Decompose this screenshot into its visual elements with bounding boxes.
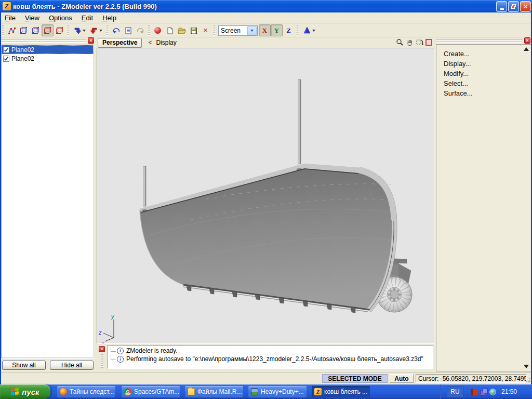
menu-create[interactable]: Create...: [436, 49, 531, 59]
display-mode-label[interactable]: Display: [156, 39, 176, 46]
open-file-button[interactable]: [176, 24, 188, 36]
taskbar-task-chrome[interactable]: Spaces/GTAm...: [122, 386, 180, 397]
menu-edit[interactable]: Edit: [77, 12, 98, 23]
network-tray-icon[interactable]: [480, 389, 487, 395]
window-title: ковш блеять - ZModeler ver 2.2.5 (Build …: [13, 3, 495, 10]
title-bar: Z ковш блеять - ZModeler ver 2.2.5 (Buil…: [0, 0, 532, 12]
axis-z-toggle[interactable]: Z: [283, 24, 295, 36]
redo-button[interactable]: [134, 24, 146, 36]
selected-mode-indicator[interactable]: SELECTED MODE: [322, 374, 388, 383]
maximize-viewport-icon[interactable]: [425, 39, 432, 46]
axis-x-label: x: [101, 340, 104, 344]
task-label: Тайны следст...: [70, 388, 114, 395]
dictionary-tray-icon[interactable]: [471, 389, 478, 395]
minimize-button[interactable]: [496, 1, 507, 12]
start-label: пуск: [22, 388, 39, 396]
menu-help[interactable]: Help: [98, 12, 121, 23]
orbit-rotate-icon[interactable]: [416, 38, 423, 46]
delete-button[interactable]: ×: [200, 24, 211, 36]
auto-mode-indicator[interactable]: Auto: [390, 374, 414, 383]
chrome-icon: [124, 388, 131, 395]
start-button[interactable]: пуск: [0, 384, 50, 399]
viewport-header: Perspective < Display: [97, 37, 434, 48]
menu-view[interactable]: View: [20, 12, 44, 23]
picture-icon: [251, 388, 258, 395]
panel-drag-handle[interactable]: [1, 38, 86, 43]
combo-dropdown-button[interactable]: [247, 26, 257, 35]
scroll-down-icon[interactable]: [524, 365, 529, 368]
objects-list[interactable]: Plane02 Plane02: [1, 45, 94, 358]
export-button[interactable]: [88, 24, 104, 36]
list-document-icon: [124, 26, 132, 35]
system-tray: RU 21:50: [440, 384, 532, 399]
material-editor-button[interactable]: [152, 24, 164, 36]
menu-modify[interactable]: Modify...: [436, 69, 531, 78]
delete-x-icon: ×: [203, 26, 208, 34]
scrollbar[interactable]: [523, 45, 530, 370]
axis-x-toggle[interactable]: X: [259, 24, 271, 36]
taskbar-task-zmodeler[interactable]: Z ковш блеять ...: [312, 386, 370, 397]
object-mode-button[interactable]: [18, 24, 30, 36]
viewport-tools: [396, 38, 432, 46]
plow-blade: [140, 163, 397, 313]
viewport-canvas[interactable]: y z x: [97, 48, 434, 344]
toolbar-grip[interactable]: [148, 25, 150, 36]
blue-cone-icon: [303, 26, 311, 34]
import-button[interactable]: [71, 24, 88, 36]
object-name: Plane02: [11, 46, 34, 54]
menu-surface[interactable]: Surface...: [436, 88, 531, 98]
new-file-button[interactable]: [164, 24, 176, 36]
log-close-icon[interactable]: ×: [99, 346, 105, 352]
show-all-button[interactable]: Show all: [2, 361, 46, 370]
history-list-button[interactable]: [122, 24, 134, 36]
list-item[interactable]: Plane02: [2, 45, 94, 54]
open-folder-icon: [177, 26, 186, 35]
perspective-tab[interactable]: Perspective: [98, 38, 142, 48]
restore-button[interactable]: [508, 1, 519, 12]
list-item[interactable]: Plane02: [2, 54, 94, 63]
close-button[interactable]: ×: [520, 1, 531, 12]
taskbar-task-image[interactable]: Heavy+Duty+...: [248, 386, 307, 397]
cursor-coordinates: Cursor: -56.05820, 219.72003, 28.7495: [416, 374, 527, 383]
visibility-checkbox[interactable]: [3, 56, 9, 62]
undo-button[interactable]: [110, 24, 122, 36]
save-file-button[interactable]: [188, 24, 200, 36]
task-label: Heavy+Duty+...: [261, 388, 304, 395]
dropdown-caret-icon: [99, 30, 102, 32]
vertex-path-icon: [8, 26, 16, 35]
cube-blue-icon: [19, 26, 28, 35]
normals-tool-button[interactable]: [300, 24, 318, 36]
hide-all-button[interactable]: Hide all: [50, 361, 94, 370]
menu-file[interactable]: File: [0, 12, 20, 23]
visibility-checkbox[interactable]: [3, 47, 9, 53]
vertex-edit-button[interactable]: [6, 24, 18, 36]
zoom-magnifier-icon[interactable]: [396, 38, 404, 46]
menu-select[interactable]: Select...: [436, 78, 531, 88]
panel-close-icon[interactable]: ×: [524, 37, 530, 44]
taskbar-task-firefox[interactable]: Тайны следст...: [57, 386, 115, 397]
scroll-up-icon[interactable]: [524, 47, 529, 51]
coords-space-select[interactable]: Screen: [218, 25, 258, 36]
language-indicator[interactable]: RU: [447, 387, 463, 397]
log-drag-handle[interactable]: [101, 354, 103, 368]
toolbar-grip[interactable]: [68, 25, 69, 36]
axis-y-toggle[interactable]: Y: [271, 24, 283, 36]
cube-red-pressed-icon: [43, 26, 52, 35]
log-messages: ZModeler is ready. Performing autosave t…: [107, 345, 433, 369]
taskbar-task-folder[interactable]: Файлы Mail.R...: [185, 386, 243, 397]
plow-3d-model: y z x: [97, 48, 434, 344]
pan-hand-icon[interactable]: [406, 38, 414, 46]
task-label: ковш блеять ...: [324, 388, 367, 395]
menu-options[interactable]: Options: [44, 12, 77, 23]
toolbar-grip[interactable]: [214, 25, 215, 36]
toolbar-grip[interactable]: [297, 25, 298, 36]
toolbar-grip[interactable]: [2, 25, 4, 36]
vertices-mode-button[interactable]: [30, 24, 42, 36]
faces-mode-button[interactable]: [54, 24, 65, 36]
edges-mode-button[interactable]: [42, 24, 54, 36]
app-tray-icon[interactable]: [489, 389, 496, 395]
menu-display[interactable]: Display...: [436, 59, 531, 69]
panel-drag-handle[interactable]: [436, 38, 523, 43]
toolbar-grip[interactable]: [107, 25, 108, 36]
panel-close-icon[interactable]: ×: [88, 37, 94, 44]
